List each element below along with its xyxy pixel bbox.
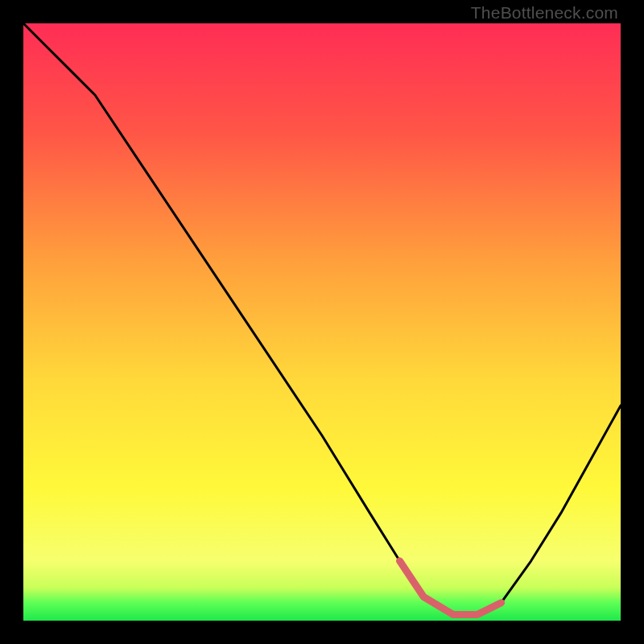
watermark-text: TheBottleneck.com: [471, 3, 618, 23]
chart-svg: [23, 23, 621, 621]
gradient-background: [23, 23, 621, 621]
chart-frame: [23, 23, 621, 621]
